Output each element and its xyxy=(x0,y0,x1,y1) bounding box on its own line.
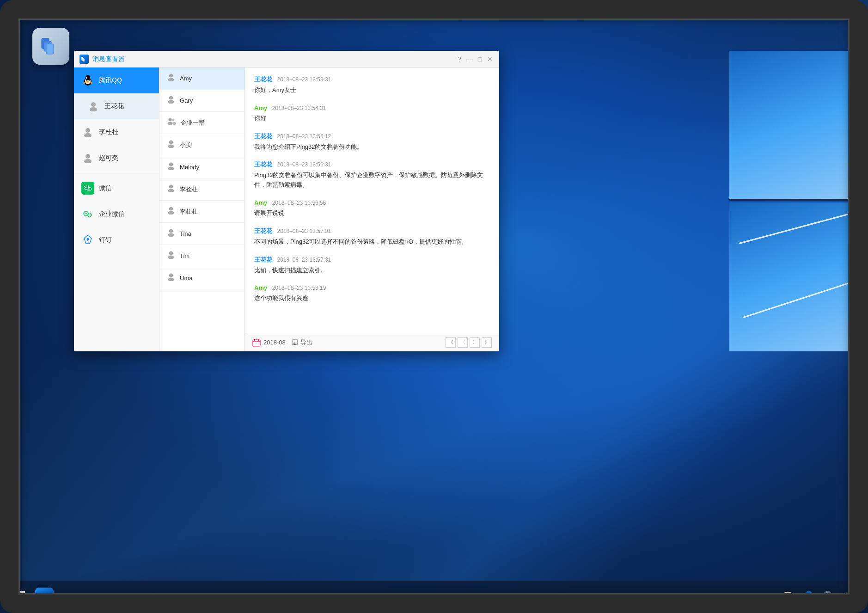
close-button[interactable]: ✕ xyxy=(486,55,494,63)
msg-content-3: 我将为您介绍下Ping32的文档备份功能。 xyxy=(254,142,490,152)
amy-name: Amy xyxy=(180,75,192,82)
melody-name: Melody xyxy=(180,164,199,171)
message-entry-8: Amy 2018–08–23 13:58:19 这个功能我很有兴趣 xyxy=(254,283,490,303)
nav-next-button[interactable]: 〉 xyxy=(470,337,480,348)
contact-item-tina[interactable]: Tina xyxy=(159,223,245,245)
taskbar-search-icon[interactable]: 🔍 xyxy=(823,591,836,603)
svg-point-45 xyxy=(169,185,173,189)
lizhanzhu-name: 李拴柱 xyxy=(180,185,198,194)
message-entry-2: Amy 2018–08–23 13:54:31 你好 xyxy=(254,104,490,123)
svg-point-18 xyxy=(84,133,92,137)
svg-point-48 xyxy=(168,211,174,215)
footer-date-text: 2018-08 xyxy=(263,339,286,346)
svg-point-38 xyxy=(168,122,173,125)
help-button[interactable]: ? xyxy=(456,55,463,63)
svg-point-15 xyxy=(91,102,96,107)
contact-item-uma[interactable]: Uma xyxy=(159,267,245,289)
message-entry-3: 王花花 2018–08–23 13:55:12 我将为您介绍下Ping32的文档… xyxy=(254,132,490,152)
window-body: 腾讯QQ 王花花 xyxy=(74,67,499,351)
svg-point-17 xyxy=(86,128,90,133)
zhaokex-label: 赵可奕 xyxy=(99,154,118,162)
msg-header-5: Amy 2018–08–23 13:56:56 xyxy=(254,198,490,207)
taskbar-app-icon[interactable] xyxy=(35,588,54,606)
dingtalk-icon xyxy=(81,233,94,246)
contact-item-melody[interactable]: Melody xyxy=(159,156,245,178)
taskbar-left xyxy=(9,587,54,607)
start-button[interactable] xyxy=(9,587,30,607)
msg-sender-4: 王花花 xyxy=(254,161,272,168)
maximize-button[interactable]: □ xyxy=(476,55,483,63)
msg-content-7: 比如，快速扫描建立索引。 xyxy=(254,266,490,276)
win-deco-lines-2 xyxy=(729,51,868,351)
contact-item-xiaomei[interactable]: 小美 xyxy=(159,134,245,156)
svg-point-29 xyxy=(86,213,87,214)
contact-item-gary[interactable]: Gary xyxy=(159,90,245,112)
contact-item-amy[interactable]: Amy xyxy=(159,67,245,90)
taskbar-chat-icon[interactable]: 💬 xyxy=(782,591,794,603)
ewechat-icon xyxy=(81,208,94,221)
msg-content-1: 你好，Amy女士 xyxy=(254,86,490,95)
svg-point-53 xyxy=(169,274,173,277)
sidebar-accounts: 腾讯QQ 王花花 xyxy=(74,67,159,351)
win-icon-tl xyxy=(14,591,19,596)
nav-prev-button[interactable]: 〈 xyxy=(458,337,468,348)
footer-navigation: 《 〈 〉 》 xyxy=(446,337,492,348)
sidebar-item-ewechat[interactable]: 企业微信 xyxy=(74,201,159,227)
sidebar-item-qq[interactable]: 腾讯QQ xyxy=(74,67,159,93)
contact-item-tim[interactable]: Tim xyxy=(159,245,245,267)
message-entry-7: 王花花 2018–08–23 13:57:31 比如，快速扫描建立索引。 xyxy=(254,255,490,276)
svg-point-30 xyxy=(88,213,92,217)
svg-point-36 xyxy=(168,100,174,104)
taskbar-user-icon[interactable]: 👤 xyxy=(802,591,815,603)
contact-item-lidudu2[interactable]: 李杜杜 xyxy=(159,201,245,223)
window-title: 消息查看器 xyxy=(92,55,456,63)
contact-item-lizhanzhu[interactable]: 李拴柱 xyxy=(159,178,245,201)
msg-sender-2: Amy xyxy=(254,104,267,111)
svg-rect-58 xyxy=(258,339,259,341)
msg-time-1: 2018–08–23 13:53:31 xyxy=(277,76,331,83)
win-deco-bottom-panel xyxy=(729,202,868,351)
msg-sender-8: Amy xyxy=(254,284,267,291)
xiaomei-person-icon xyxy=(167,140,175,150)
window-titlebar: 消息查看器 ? — □ ✕ xyxy=(74,51,499,67)
msg-header-7: 王花花 2018–08–23 13:57:31 xyxy=(254,255,490,264)
svg-point-33 xyxy=(169,74,173,78)
minimize-button[interactable]: — xyxy=(466,55,473,63)
desktop-app-icon[interactable] xyxy=(32,28,69,65)
sidebar-item-wechat[interactable]: 微信 xyxy=(74,175,159,201)
contact-item-company-group[interactable]: 企业一群 xyxy=(159,112,245,134)
taskbar-keyboard-icon[interactable]: ⌨ xyxy=(844,591,859,603)
sidebar-item-lidudu[interactable]: 李杜杜 xyxy=(74,119,159,145)
tina-name: Tina xyxy=(180,230,191,237)
svg-point-54 xyxy=(168,278,174,282)
msg-header-1: 王花花 2018–08–23 13:53:31 xyxy=(254,75,490,84)
lidudu2-person-icon xyxy=(167,206,175,217)
svg-point-22 xyxy=(85,187,86,188)
sidebar-item-wanghua[interactable]: 王花花 xyxy=(74,93,159,119)
nav-last-button[interactable]: 》 xyxy=(482,337,492,348)
window-controls: ? — □ ✕ xyxy=(456,55,494,63)
msg-content-5: 请展开说说 xyxy=(254,208,490,218)
msg-header-3: 王花花 2018–08–23 13:55:12 xyxy=(254,132,490,141)
svg-point-39 xyxy=(172,119,175,121)
export-button[interactable]: 导出 xyxy=(291,338,312,347)
nav-first-button[interactable]: 《 xyxy=(446,337,456,348)
msg-header-4: 王花花 2018–08–23 13:56:31 xyxy=(254,160,490,169)
msg-sender-1: 王花花 xyxy=(254,76,272,83)
svg-point-10 xyxy=(86,81,89,83)
zhaokex-avatar xyxy=(81,152,94,165)
msg-content-4: Ping32的文档备份可以集中备份、保护企业数字资产，保护敏感数据。防范意外删除… xyxy=(254,171,490,190)
wechat-icon xyxy=(81,182,94,195)
msg-time-7: 2018–08–23 13:57:31 xyxy=(277,257,331,263)
sidebar-item-dingtalk[interactable]: 钉钉 xyxy=(74,227,159,253)
msg-content-2: 你好 xyxy=(254,114,490,123)
calendar-icon xyxy=(252,338,261,347)
svg-point-32 xyxy=(90,215,91,215)
desktop: 消息查看器 ? — □ ✕ xyxy=(0,0,868,613)
wechat-label: 微信 xyxy=(99,184,112,192)
svg-point-40 xyxy=(172,122,176,125)
main-window: 消息查看器 ? — □ ✕ xyxy=(74,51,499,351)
sidebar-item-zhaokex[interactable]: 赵可奕 xyxy=(74,145,159,171)
gary-name: Gary xyxy=(180,97,193,104)
msg-header-2: Amy 2018–08–23 13:54:31 xyxy=(254,104,490,112)
